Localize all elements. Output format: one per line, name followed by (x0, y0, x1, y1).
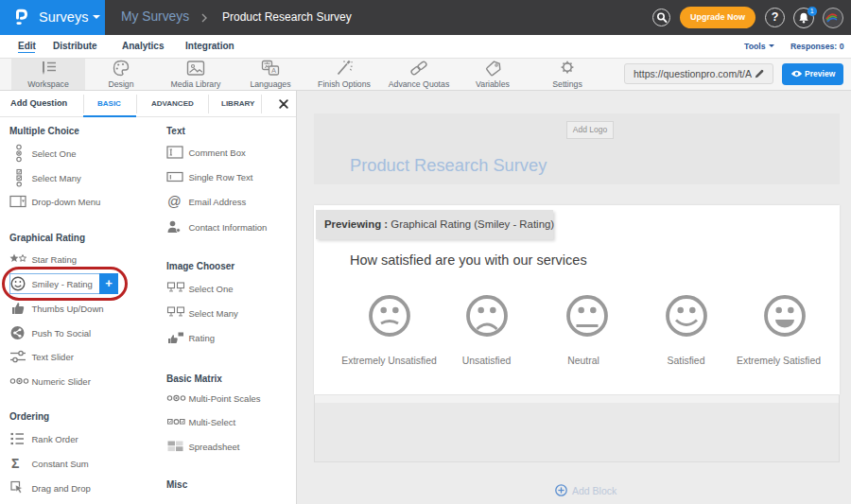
svg-text:@: @ (167, 194, 182, 209)
svg-text:Σ: Σ (11, 456, 19, 471)
svg-text:A: A (271, 66, 276, 75)
